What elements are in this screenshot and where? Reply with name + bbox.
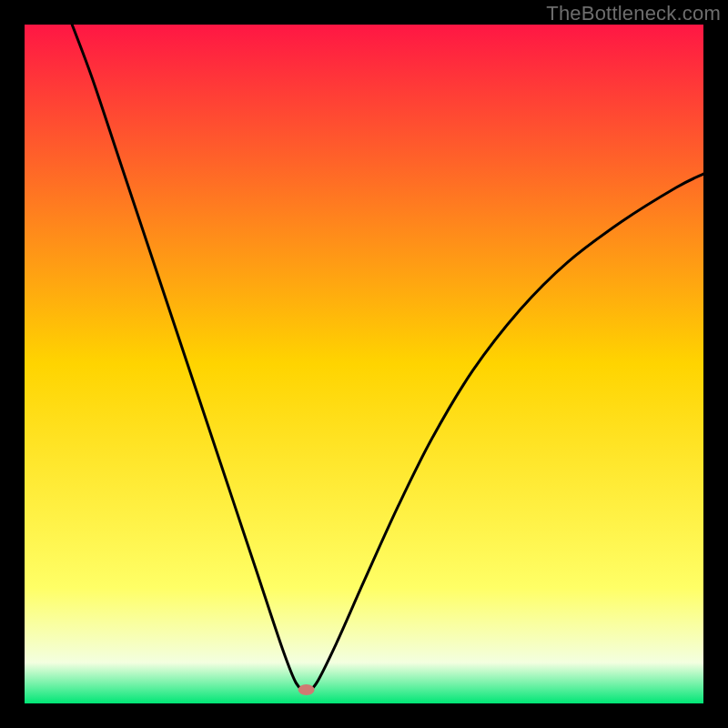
chart-frame: { "watermark": "TheBottleneck.com", "cha…	[0, 0, 728, 728]
watermark-text: TheBottleneck.com	[546, 2, 721, 25]
optimal-point-marker	[298, 684, 315, 695]
bottleneck-chart	[0, 0, 728, 728]
gradient-background	[25, 25, 703, 703]
